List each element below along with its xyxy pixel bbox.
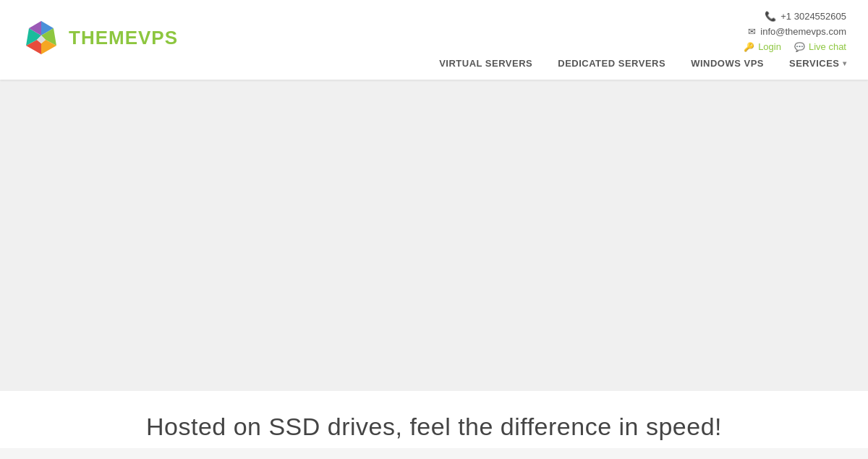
nav-dedicated-servers[interactable]: DEDICATED SERVERS bbox=[558, 58, 665, 69]
nav-dedicated-servers-label: DEDICATED SERVERS bbox=[558, 58, 665, 69]
services-chevron-icon: ▾ bbox=[843, 59, 847, 67]
email-link[interactable]: info@themevps.com bbox=[760, 26, 846, 37]
email-line: ✉ info@themevps.com bbox=[748, 26, 846, 37]
logo-suffix: VPS bbox=[138, 27, 178, 49]
email-icon: ✉ bbox=[748, 26, 756, 37]
logo-link[interactable]: THEMEVPS bbox=[22, 18, 178, 58]
nav-virtual-servers[interactable]: VIRTUAL SERVERS bbox=[439, 58, 532, 69]
nav-services-label: SERVICES bbox=[789, 58, 840, 69]
header-right: 📞 +1 3024552605 ✉ info@themevps.com 🔑 Lo… bbox=[744, 7, 846, 52]
login-label: Login bbox=[758, 41, 781, 52]
logo-icon bbox=[22, 18, 61, 58]
nav-windows-vps[interactable]: WINDOWS VPS bbox=[691, 58, 764, 69]
nav-windows-vps-label: WINDOWS VPS bbox=[691, 58, 764, 69]
live-chat-link[interactable]: 💬 Live chat bbox=[794, 41, 846, 52]
live-chat-label: Live chat bbox=[809, 41, 846, 52]
phone-line: 📞 +1 3024552605 bbox=[765, 11, 846, 22]
nav-services[interactable]: SERVICES ▾ bbox=[789, 58, 846, 69]
hero-section bbox=[0, 80, 868, 391]
main-nav: VIRTUAL SERVERS DEDICATED SERVERS WINDOW… bbox=[439, 58, 846, 69]
login-icon: 🔑 bbox=[744, 42, 754, 52]
action-row: 🔑 Login 💬 Live chat bbox=[744, 41, 846, 52]
logo-text: THEMEVPS bbox=[69, 27, 178, 49]
below-hero-heading: Hosted on SSD drives, feel the differenc… bbox=[14, 413, 854, 441]
header-main: THEMEVPS 📞 +1 3024552605 ✉ info@themevps… bbox=[0, 0, 868, 80]
phone-link[interactable]: +1 3024552605 bbox=[780, 11, 846, 22]
phone-icon: 📞 bbox=[765, 11, 776, 22]
chat-icon: 💬 bbox=[794, 42, 805, 52]
login-link[interactable]: 🔑 Login bbox=[744, 41, 781, 52]
site-header: THEMEVPS 📞 +1 3024552605 ✉ info@themevps… bbox=[0, 0, 868, 80]
below-hero-section: Hosted on SSD drives, feel the differenc… bbox=[0, 391, 868, 448]
logo-prefix: THEME bbox=[69, 27, 138, 49]
nav-virtual-servers-label: VIRTUAL SERVERS bbox=[439, 58, 532, 69]
